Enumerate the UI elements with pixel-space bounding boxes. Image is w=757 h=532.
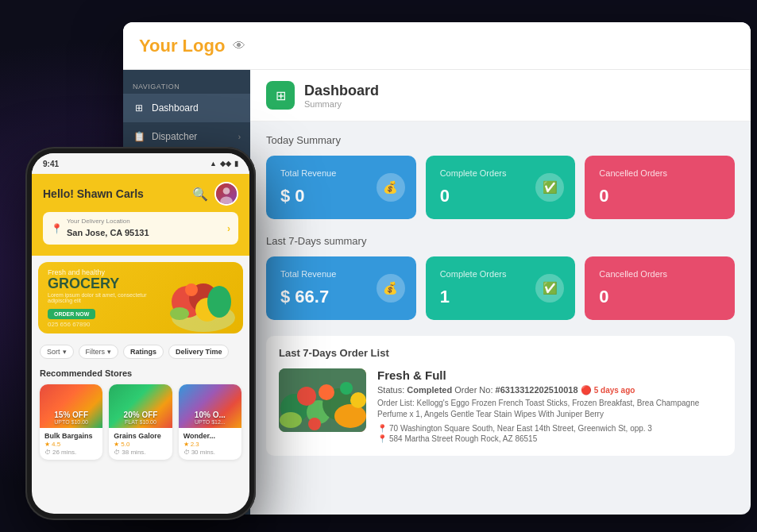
store-image-1: 15% OFF UPTO $10.00 xyxy=(40,384,102,428)
wifi-icon: ▲ xyxy=(210,160,217,168)
dot-icon: 🔴 xyxy=(581,385,594,395)
eye-icon: 👁 xyxy=(233,39,245,53)
location-bar[interactable]: 📍 Your Delivery Location San Jose, CA 95… xyxy=(43,212,238,245)
search-icon[interactable]: 🔍 xyxy=(192,187,208,202)
order-list-title: Last 7-Days Order List xyxy=(279,347,722,359)
store-card-3[interactable]: 10% O... UPTO $12... Wonder... ★ 2.3 ⏱ 3… xyxy=(179,384,241,460)
sort-filter[interactable]: Sort ▾ xyxy=(40,345,74,359)
banner-phone: 025 656 67890 xyxy=(48,321,154,328)
desktop-topbar: Your Logo 👁 xyxy=(123,22,751,70)
week-cancelled-value: 0 xyxy=(599,287,720,307)
clock-icon-1: ⏱ xyxy=(44,449,51,456)
time-value-3: 30 mins. xyxy=(191,449,215,456)
today-summary-label: Today Summary xyxy=(266,134,735,146)
store-info-1: Bulk Bargains ★ 4.5 ⏱ 26 mins. xyxy=(40,428,102,460)
chevron-right-icon: › xyxy=(238,133,241,141)
store-info-2: Grains Galore ★ 5.0 ⏱ 38 mins. xyxy=(109,428,172,460)
last7days-cards: Total Revenue $ 66.7 💰 Complete Orders 1… xyxy=(266,256,735,320)
filters-filter[interactable]: Filters ▾ xyxy=(79,345,119,359)
banner-vegetables-svg xyxy=(164,262,243,333)
order-status-line: Status: Completed Order No: #63133122025… xyxy=(377,385,722,395)
stores-row: 15% OFF UPTO $10.00 Bulk Bargains ★ 4.5 … xyxy=(40,384,241,460)
content-area: Today Summary Total Revenue $ 0 💰 Comple… xyxy=(250,121,751,468)
user-avatar[interactable] xyxy=(214,182,238,206)
revenue-icon: 💰 xyxy=(377,173,405,202)
today-complete-card: Complete Orders 0 ✅ xyxy=(426,156,576,219)
sidebar-section-label: Navigation xyxy=(123,76,250,94)
svg-point-4 xyxy=(334,404,366,428)
page-header: ⊞ Dashboard Summary xyxy=(250,70,751,121)
phone-status-bar: 9:41 ▲ ◆◆ ▮ xyxy=(32,153,249,174)
today-summary-cards: Total Revenue $ 0 💰 Complete Orders 0 ✅ … xyxy=(266,156,735,219)
store-image-2: 20% OFF FLAT $10.00 xyxy=(109,384,172,428)
order-details: Fresh & Full Status: Completed Order No:… xyxy=(377,368,722,445)
svg-point-12 xyxy=(223,187,230,195)
star-icon-1: ★ xyxy=(44,441,50,448)
avatar-image xyxy=(216,182,237,206)
phone-header: Hello! Shawn Carls 🔍 xyxy=(32,174,249,256)
location-label: Your Delivery Location xyxy=(67,218,149,225)
order-address-1: 📍 70 Washington Square South, Near East … xyxy=(377,424,722,433)
pin-icon-green: 📍 xyxy=(377,424,387,433)
order-item: Fresh & Full Status: Completed Order No:… xyxy=(279,368,722,445)
signal-icon: ◆◆ xyxy=(220,160,231,168)
store-name-2: Grains Galore xyxy=(114,432,167,440)
recommended-title: Recommended Stores xyxy=(40,368,241,378)
delivery-time-filter[interactable]: Delivery Time xyxy=(168,345,229,359)
clock-icon-2: ⏱ xyxy=(114,449,120,456)
svg-point-10 xyxy=(308,418,321,430)
phone-screen: 9:41 ▲ ◆◆ ▮ Hello! Shawn Carls 🔍 xyxy=(32,153,249,514)
banner-text: Fresh and healthy GROCERY Lorem ipsum do… xyxy=(38,262,164,333)
time-value-2: 38 mins. xyxy=(122,449,145,456)
store-card-2[interactable]: 20% OFF FLAT $10.00 Grains Galore ★ 5.0 … xyxy=(109,384,172,460)
svg-point-9 xyxy=(350,392,366,408)
star-icon-3: ★ xyxy=(183,441,189,448)
phone-frame: 9:41 ▲ ◆◆ ▮ Hello! Shawn Carls 🔍 xyxy=(25,147,256,520)
greeting-row: Hello! Shawn Carls 🔍 xyxy=(43,182,238,206)
filter-row: Sort ▾ Filters ▾ Ratings Delivery Time xyxy=(32,340,249,364)
greeting-text: Hello! Shawn Carls xyxy=(43,187,144,200)
phone-banner: Fresh and healthy GROCERY Lorem ipsum do… xyxy=(38,262,243,333)
store-name-3: Wonder... xyxy=(183,432,237,440)
svg-point-20 xyxy=(170,307,189,320)
banner-headline: GROCERY xyxy=(48,276,154,291)
filters-chevron: ▾ xyxy=(107,348,111,356)
chevron-right-icon: › xyxy=(227,223,230,234)
today-cancelled-card: Cancelled Orders 0 xyxy=(585,156,735,219)
clock-icon-3: ⏱ xyxy=(183,449,190,456)
rating-value-2: 5.0 xyxy=(121,441,129,448)
sidebar-item-dashboard-label: Dashboard xyxy=(152,102,199,114)
banner-cta-button[interactable]: ORDER NOW xyxy=(48,309,95,319)
location-info: Your Delivery Location San Jose, CA 9513… xyxy=(67,218,149,239)
page-title: Dashboard xyxy=(304,83,379,99)
today-cancelled-title: Cancelled Orders xyxy=(599,168,720,178)
store-time-2: ⏱ 38 mins. xyxy=(114,449,167,456)
app-logo: Your Logo xyxy=(139,36,225,56)
store-card-1[interactable]: 15% OFF UPTO $10.00 Bulk Bargains ★ 4.5 … xyxy=(40,384,102,460)
discount-badge-2: 20% OFF FLAT $10.00 xyxy=(109,411,172,425)
recommended-section: Recommended Stores 15% OFF UPTO $10.00 B… xyxy=(32,364,249,465)
status-value: Completed xyxy=(407,385,452,395)
main-content: ⊞ Dashboard Summary Today Summary Total … xyxy=(250,70,751,515)
store-rating-3: ★ 2.3 xyxy=(183,441,237,448)
svg-point-8 xyxy=(280,412,302,428)
week-revenue-icon: 💰 xyxy=(377,274,405,303)
sidebar-item-dashboard[interactable]: ⊞ Dashboard xyxy=(123,94,250,122)
time-ago: 5 days ago xyxy=(594,386,635,395)
order-address-2: 📍 584 Martha Street Rough Rock, AZ 86515 xyxy=(377,434,722,443)
filters-label: Filters xyxy=(86,348,106,356)
today-cancelled-value: 0 xyxy=(599,186,720,206)
store-name-1: Bulk Bargains xyxy=(44,432,98,440)
dispatcher-icon: 📋 xyxy=(133,130,145,143)
page-subtitle: Summary xyxy=(304,99,379,109)
week-complete-icon: ✅ xyxy=(535,274,564,303)
week-revenue-card: Total Revenue $ 66.7 💰 xyxy=(266,256,416,320)
status-time: 9:41 xyxy=(43,160,59,168)
last7days-label: Last 7-Days summary xyxy=(266,235,735,247)
ratings-filter[interactable]: Ratings xyxy=(123,345,164,359)
location-left: 📍 Your Delivery Location San Jose, CA 95… xyxy=(51,218,149,239)
today-revenue-card: Total Revenue $ 0 💰 xyxy=(266,156,416,219)
store-rating-1: ★ 4.5 xyxy=(44,441,98,448)
star-icon-2: ★ xyxy=(114,441,119,448)
address-2-text: 584 Martha Street Rough Rock, AZ 86515 xyxy=(389,434,537,443)
